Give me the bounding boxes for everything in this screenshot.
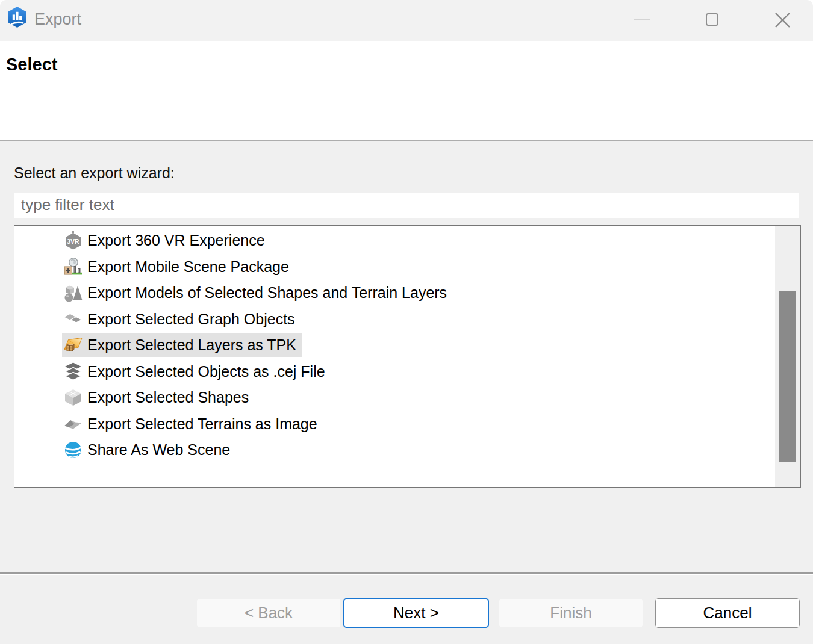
wizard-select-label: Select an export wizard: <box>14 164 175 182</box>
filter-input[interactable] <box>14 193 799 218</box>
dialog-header: Select <box>0 41 813 140</box>
list-item-label: Export Selected Shapes <box>87 389 249 406</box>
list-item[interactable]: 3VR Export 360 VR Experience <box>14 228 800 254</box>
minimize-icon <box>634 19 650 20</box>
list-item-label: Share As Web Scene <box>87 441 230 459</box>
list-item[interactable]: Export Models of Selected Shapes and Ter… <box>14 280 800 306</box>
maximize-icon <box>706 13 718 26</box>
next-button[interactable]: Next > <box>343 598 489 628</box>
list-item[interactable]: Share As Web Scene <box>14 437 800 463</box>
list-item-label: Export Selected Graph Objects <box>87 311 295 328</box>
list-item-label: Export Models of Selected Shapes and Ter… <box>87 284 447 302</box>
scrollbar-track[interactable] <box>775 226 800 487</box>
list-item[interactable]: Export Selected Graph Objects <box>14 306 800 333</box>
terrain-image-icon <box>63 414 83 434</box>
wizard-list: 3VR Export 360 VR Experience <box>14 225 801 488</box>
finish-button[interactable]: Finish <box>499 598 643 628</box>
cej-layers-icon <box>63 362 83 382</box>
titlebar: Export <box>0 0 813 41</box>
mobile-scene-package-icon <box>63 257 83 277</box>
list-item[interactable]: Export Selected Objects as .cej File <box>14 359 800 385</box>
window-title: Export <box>34 0 81 41</box>
dialog-footer: < Back Next > Finish Cancel <box>0 575 813 644</box>
list-item[interactable]: Export Selected Terrains as Image <box>14 411 800 438</box>
shapes-cube-icon <box>63 388 83 407</box>
graph-objects-icon <box>63 309 83 329</box>
list-item-label: Export Selected Objects as .cej File <box>87 363 325 380</box>
svg-text:3VR: 3VR <box>67 238 79 245</box>
scrollbar-thumb[interactable] <box>779 291 796 462</box>
list-item-label: Export Selected Layers as TPK <box>87 336 296 354</box>
back-button[interactable]: < Back <box>196 598 341 628</box>
export-dialog-window: Export Select Select an export wizard: <box>0 0 813 644</box>
list-item-label: Export Mobile Scene Package <box>87 258 289 276</box>
cancel-button[interactable]: Cancel <box>655 598 800 628</box>
list-item-selected[interactable]: Export Selected Layers as TPK <box>14 332 800 359</box>
close-icon <box>774 12 791 28</box>
list-item-label: Export Selected Terrains as Image <box>87 415 317 433</box>
3vr-badge-icon: 3VR <box>63 231 83 250</box>
dialog-body: Select an export wizard: 3VR Export 360 … <box>0 140 813 574</box>
minimize-button[interactable] <box>624 8 660 33</box>
models-shapes-icon <box>63 283 83 303</box>
list-item[interactable]: Export Selected Shapes <box>14 385 800 411</box>
page-title: Select <box>6 55 57 75</box>
tpk-layers-icon <box>63 335 83 355</box>
list-item-label: Export 360 VR Experience <box>87 232 265 249</box>
list-item[interactable]: Export Mobile Scene Package <box>14 254 800 280</box>
app-logo-icon <box>6 6 28 28</box>
web-scene-globe-icon <box>63 440 83 460</box>
